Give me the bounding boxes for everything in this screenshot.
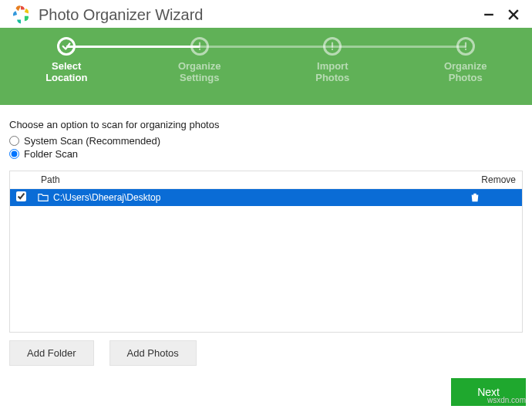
scan-options: System Scan (Recommended) Folder Scan — [9, 135, 523, 160]
col-check — [16, 174, 38, 185]
svg-point-8 — [465, 49, 466, 50]
radio-system-scan-input[interactable] — [9, 136, 19, 146]
window-controls — [483, 8, 524, 21]
step-label: Photos — [449, 72, 483, 83]
step-alert-icon — [456, 37, 475, 56]
radio-folder-scan-input[interactable] — [9, 149, 19, 159]
folder-icon — [38, 192, 49, 203]
table-row[interactable]: C:\Users\Dheeraj\Desktop — [10, 189, 522, 206]
step-label: Select — [52, 60, 81, 72]
add-photos-button[interactable]: Add Photos — [109, 340, 197, 366]
footer: Next — [451, 378, 526, 406]
trash-icon — [470, 192, 516, 203]
title-bar: Photo Organizer Wizard — [0, 0, 532, 28]
radio-label: System Scan (Recommended) — [24, 135, 160, 147]
row-path-text: C:\Users\Dheeraj\Desktop — [53, 192, 160, 203]
step-alert-icon — [323, 37, 342, 56]
radio-folder-scan[interactable]: Folder Scan — [9, 148, 523, 160]
action-buttons: Add Folder Add Photos — [9, 340, 523, 366]
step-label: Photos — [315, 72, 349, 83]
row-remove[interactable] — [470, 192, 516, 203]
step-organize-photos: OrganizePhotos — [399, 28, 533, 83]
step-select-location: SelectLocation — [0, 28, 133, 83]
step-label: Organize — [178, 60, 221, 72]
folder-list-header: Path Remove — [10, 171, 522, 189]
step-import-photos: ImportPhotos — [266, 28, 399, 83]
step-label: Organize — [444, 60, 487, 72]
close-button[interactable] — [507, 8, 520, 21]
window-title: Photo Organizer Wizard — [39, 6, 483, 24]
next-button[interactable]: Next — [451, 378, 526, 406]
step-check-icon — [57, 37, 76, 56]
step-label: Settings — [180, 72, 219, 83]
svg-point-6 — [332, 49, 333, 50]
row-checkbox[interactable] — [16, 191, 38, 204]
step-alert-icon — [190, 37, 209, 56]
step-organize-settings: OrganizeSettings — [133, 28, 267, 83]
step-label: Import — [317, 60, 348, 72]
svg-point-4 — [199, 49, 200, 50]
minimize-button[interactable] — [483, 8, 495, 21]
radio-system-scan[interactable]: System Scan (Recommended) — [9, 135, 523, 147]
step-label: Location — [45, 72, 87, 83]
app-logo-icon — [11, 5, 31, 25]
col-path: Path — [38, 174, 470, 185]
add-folder-button[interactable]: Add Folder — [9, 340, 94, 366]
col-remove: Remove — [470, 174, 516, 185]
row-path-cell: C:\Users\Dheeraj\Desktop — [38, 192, 470, 203]
prompt-text: Choose an option to scan for organizing … — [9, 119, 523, 130]
wizard-steps: SelectLocation OrganizeSettings ImportPh… — [0, 28, 532, 105]
content-area: Choose an option to scan for organizing … — [0, 105, 532, 366]
folder-list: Path Remove C:\Users\Dheeraj\Desktop — [9, 171, 523, 333]
row-checkbox-input[interactable] — [16, 191, 26, 201]
radio-label: Folder Scan — [24, 148, 78, 160]
